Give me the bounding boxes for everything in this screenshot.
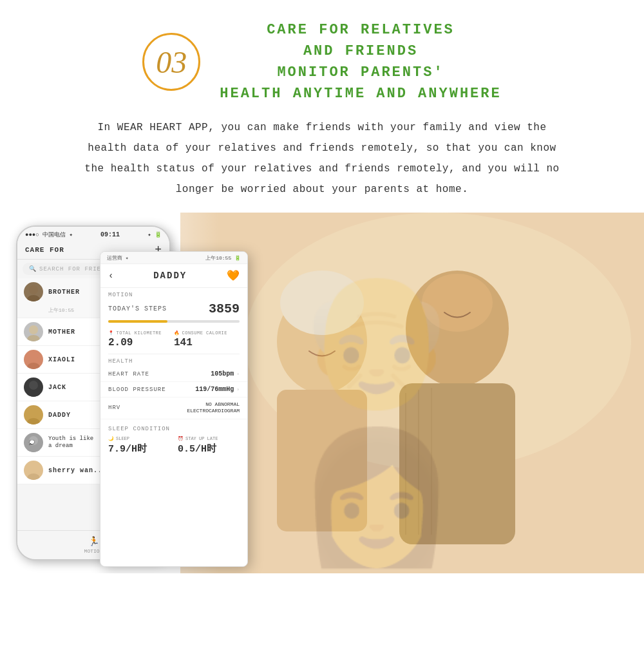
calorie-stat: 🔥 CONSUME CALORIE 141: [174, 330, 240, 349]
svg-rect-11: [180, 213, 644, 573]
location-icon: 📍: [108, 330, 115, 336]
steps-progress: [100, 320, 247, 328]
heart-rate-label: HEART RATE: [108, 371, 149, 377]
svg-point-20: [29, 408, 38, 417]
svg-point-16: [29, 352, 38, 361]
title-block: CARE FOR RELATIVES AND FRIENDS MONITOR P…: [220, 19, 501, 104]
friend-name: sherry wan...: [48, 467, 107, 474]
sleep-icon: 🌙: [108, 436, 114, 441]
svg-point-2: [406, 271, 509, 387]
svg-point-10: [422, 274, 493, 332]
sleep-condition-label: SLEEP CONDITION: [108, 423, 240, 436]
svg-point-13: [27, 295, 40, 301]
avatar: [24, 405, 43, 425]
km-stat: 📍 TOTAL KILOMETRE 2.09: [108, 330, 174, 349]
stats-row: 📍 TOTAL KILOMETRE 2.09 🔥 CONSUME CALORIE…: [100, 328, 247, 354]
nav-title: CARE FOR: [25, 246, 64, 254]
sleep-row: 🌙 SLEEP 7.9/H时 ⏰ STAY UP LATE 0.5/H时: [108, 436, 240, 455]
status-right: ✦ 🔋: [147, 231, 162, 238]
heart-rate-value: 105bpm ›: [211, 370, 240, 377]
detail-status-bar: 运营商 ✦ 上午10:55 🔋: [100, 252, 247, 264]
stayup-icon: ⏰: [178, 436, 184, 441]
svg-point-18: [29, 381, 38, 390]
svg-point-14: [29, 325, 38, 334]
km-value: 2.09: [108, 337, 133, 349]
couple-photo: [180, 213, 644, 573]
bottom-section: ●●●○ 中国电信 ✦ 09:11 ✦ 🔋 CARE FOR + 🔍 SEARC…: [0, 213, 644, 573]
detail-screen-title: DADDY: [153, 271, 187, 281]
top-section: 03 CARE FOR RELATIVES AND FRIENDS MONITO…: [0, 0, 644, 213]
blood-pressure-label: BLOOD PRESSURE: [108, 387, 166, 393]
svg-text:💭: 💭: [29, 439, 35, 445]
back-button[interactable]: ‹: [108, 271, 113, 281]
svg-point-25: [29, 464, 38, 473]
chevron-right-icon: ›: [236, 387, 240, 392]
status-bar: ●●●○ 中国电信 ✦ 09:11 ✦ 🔋: [17, 227, 169, 241]
avatar: [24, 350, 43, 369]
calorie-label: 🔥 CONSUME CALORIE: [174, 330, 240, 336]
step-number-circle: 03: [142, 33, 200, 91]
status-time: 09:11: [100, 231, 120, 238]
sleep-value: 7.9/H时: [108, 444, 147, 455]
friend-name: MOTHER: [48, 329, 75, 336]
sleep-section: SLEEP CONDITION 🌙 SLEEP 7.9/H时 ⏰: [100, 419, 247, 457]
title-line-4: HEALTH ANYTIME AND ANYWHERE: [220, 83, 501, 104]
blood-pressure-value: 119/76mmHg ›: [195, 386, 240, 393]
title-line-3: MONITOR PARENTS': [220, 62, 501, 83]
header-row: 03 CARE FOR RELATIVES AND FRIENDS MONITO…: [142, 19, 501, 104]
detail-status-right: 上午10:55 🔋: [205, 254, 241, 262]
avatar: [24, 461, 43, 480]
step-number: 03: [156, 44, 187, 80]
motion-icon: 🏃: [88, 536, 99, 547]
detail-nav: ‹ DADDY 🧡: [100, 264, 247, 288]
svg-point-23: [27, 446, 40, 452]
friend-name: Youth is likea dream: [48, 435, 93, 450]
phone-container: ●●●○ 中国电信 ✦ 09:11 ✦ 🔋 CARE FOR + 🔍 SEARC…: [16, 225, 171, 560]
phone-detail-screen: 运营商 ✦ 上午10:55 🔋 ‹ DADDY 🧡 MOTION TODAY'S…: [100, 251, 248, 567]
detail-status-left: 运营商 ✦: [107, 254, 129, 262]
friend-name: XIAOLI: [48, 356, 75, 363]
avatar: [24, 322, 43, 341]
steps-value: 3859: [209, 301, 240, 316]
chevron-right-icon: ›: [236, 371, 240, 377]
friend-name: JACK: [48, 384, 66, 391]
calorie-icon: 🔥: [174, 330, 180, 336]
progress-bar-fill: [108, 320, 167, 323]
svg-point-15: [27, 335, 40, 341]
title-line-2: AND FRIENDS: [220, 41, 501, 62]
svg-point-17: [27, 363, 40, 369]
sleep-label: 🌙 SLEEP: [108, 436, 170, 441]
status-left: ●●●○ 中国电信 ✦: [25, 231, 73, 239]
steps-row: TODAY'S STEPS 3859: [100, 300, 247, 320]
avatar: [24, 377, 43, 397]
avatar: [24, 282, 43, 301]
svg-point-26: [27, 473, 40, 480]
blood-pressure-row[interactable]: BLOOD PRESSURE 119/76mmHg ›: [100, 382, 247, 397]
svg-point-21: [27, 418, 40, 425]
motion-section-label: MOTION: [100, 288, 247, 300]
hrv-row[interactable]: HRV NO ABNORMAL ELECTROCARDIOGRAM: [100, 397, 247, 419]
avatar: 💭: [24, 433, 43, 452]
title-line-1: CARE FOR RELATIVES: [220, 19, 501, 41]
steps-label: TODAY'S STEPS: [108, 305, 167, 312]
search-icon: 🔍: [29, 265, 36, 272]
svg-point-12: [29, 285, 38, 294]
hrv-label: HRV: [108, 405, 120, 411]
description-text: In WEAR HEART APP, you can make friends …: [58, 117, 586, 200]
page-wrapper: 03 CARE FOR RELATIVES AND FRIENDS MONITO…: [0, 0, 644, 659]
stay-up-label: ⏰ STAY UP LATE: [178, 436, 240, 441]
stay-up-stat: ⏰ STAY UP LATE 0.5/H时: [178, 436, 240, 455]
calorie-value: 141: [174, 337, 193, 349]
health-section-label: HEALTH: [100, 354, 247, 367]
hrv-value: NO ABNORMAL ELECTROCARDIOGRAM: [187, 401, 240, 415]
sleep-stat: 🌙 SLEEP 7.9/H时: [108, 436, 170, 455]
progress-bar-background: [108, 320, 240, 323]
detail-emoji: 🧡: [227, 269, 240, 282]
km-label: 📍 TOTAL KILOMETRE: [108, 330, 174, 336]
stay-up-value: 0.5/H时: [178, 444, 216, 455]
svg-rect-3: [399, 383, 515, 544]
friend-name: DADDY: [48, 412, 71, 419]
heart-rate-row[interactable]: HEART RATE 105bpm ›: [100, 367, 247, 382]
svg-point-19: [27, 390, 40, 397]
